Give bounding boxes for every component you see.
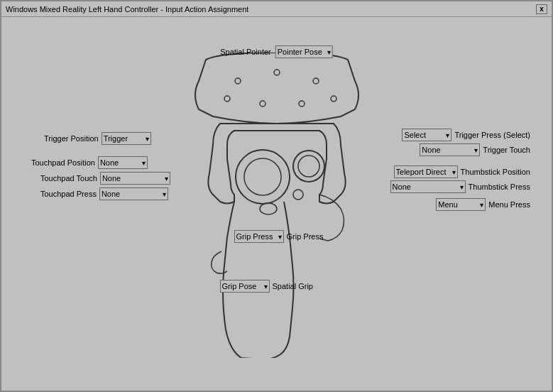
- spatial-pointer-select[interactable]: Pointer Pose None: [275, 45, 333, 58]
- spatial-grip-group: Grip Pose None Spatial Grip: [220, 280, 313, 293]
- grip-press-label: Grip Press: [287, 232, 324, 241]
- svg-point-2: [313, 78, 319, 84]
- touchpad-press-label: Touchpad Press: [40, 190, 97, 198]
- spatial-grip-select-wrapper: Grip Pose None: [220, 280, 270, 293]
- main-window: Windows Mixed Reality Left Hand Controll…: [0, 0, 553, 392]
- controller-illustration: [163, 53, 390, 360]
- svg-point-6: [331, 96, 336, 102]
- svg-point-12: [293, 190, 303, 200]
- thumbstick-position-group: Teleport Direct None Thumbstick Position: [394, 165, 530, 178]
- trigger-press-select-label: Trigger Press (Select): [454, 131, 530, 139]
- trigger-touch-group: None Trigger Touch Trigger Touch: [420, 143, 530, 156]
- touchpad-touch-select-wrapper: None Touchpad Touch: [100, 172, 170, 185]
- trigger-position-label: Trigger Position: [44, 134, 99, 143]
- trigger-touch-select-wrapper: None Trigger Touch: [420, 143, 480, 156]
- title-bar: Windows Mixed Reality Left Hand Controll…: [1, 1, 552, 17]
- trigger-position-group: Trigger Position Trigger None: [44, 132, 151, 145]
- trigger-press-select-select[interactable]: Select None Trigger: [402, 129, 451, 141]
- spatial-pointer-group: Spatial Pointer Pointer Pose None: [220, 45, 333, 58]
- touchpad-position-group: Touchpad Position None Touchpad: [31, 156, 148, 169]
- touchpad-position-label: Touchpad Position: [31, 158, 95, 167]
- svg-point-8: [244, 158, 281, 195]
- menu-press-group: Menu None Menu Press: [436, 198, 530, 211]
- svg-point-1: [274, 70, 280, 75]
- thumbstick-press-label: Thumbstick Press: [469, 183, 530, 191]
- touchpad-position-select[interactable]: None Touchpad: [98, 156, 148, 169]
- spatial-pointer-label: Spatial Pointer: [220, 48, 271, 56]
- trigger-position-select[interactable]: Trigger None: [102, 132, 151, 145]
- grip-press-select[interactable]: Grip Press None: [234, 230, 284, 243]
- trigger-press-select-select-wrapper: Select None Trigger: [402, 129, 451, 141]
- touchpad-touch-select[interactable]: None Touchpad Touch: [100, 172, 170, 185]
- spatial-pointer-select-wrapper: Pointer Pose None: [275, 45, 333, 58]
- menu-press-select[interactable]: Menu None: [436, 198, 486, 211]
- spatial-grip-label: Spatial Grip: [273, 282, 313, 290]
- touchpad-press-select[interactable]: None Touchpad Press: [99, 187, 168, 200]
- touchpad-touch-group: Touchpad Touch None Touchpad Touch: [40, 172, 170, 185]
- menu-press-select-wrapper: Menu None: [436, 198, 486, 211]
- trigger-touch-select[interactable]: None Trigger Touch: [420, 143, 480, 156]
- svg-point-5: [299, 101, 305, 107]
- trigger-press-select-group: Select None Trigger Trigger Press (Selec…: [402, 129, 530, 141]
- thumbstick-press-select[interactable]: None Thumbstick Press: [390, 180, 466, 193]
- touchpad-press-select-wrapper: None Touchpad Press: [99, 187, 168, 200]
- svg-point-10: [298, 156, 319, 177]
- thumbstick-position-select-wrapper: Teleport Direct None: [394, 165, 458, 178]
- svg-point-0: [235, 78, 241, 84]
- trigger-position-select-wrapper: Trigger None: [102, 132, 151, 145]
- grip-press-select-wrapper: Grip Press None: [234, 230, 284, 243]
- thumbstick-position-label: Thumbstick Position: [461, 168, 530, 176]
- thumbstick-position-select[interactable]: Teleport Direct None: [394, 165, 458, 178]
- content-area: Spatial Pointer Pointer Pose None Trigge…: [1, 17, 552, 391]
- touchpad-position-select-wrapper: None Touchpad: [98, 156, 148, 169]
- svg-point-3: [224, 96, 230, 102]
- svg-point-11: [260, 203, 277, 214]
- touchpad-press-group: Touchpad Press None Touchpad Press: [40, 187, 168, 200]
- grip-press-group: Grip Press None Grip Press: [234, 230, 324, 243]
- menu-press-label: Menu Press: [488, 200, 530, 209]
- svg-point-4: [260, 101, 265, 107]
- window-title: Windows Mixed Reality Left Hand Controll…: [6, 5, 248, 13]
- spatial-grip-select[interactable]: Grip Pose None: [220, 280, 270, 293]
- trigger-touch-label: Trigger Touch: [483, 146, 530, 154]
- thumbstick-press-select-wrapper: None Thumbstick Press: [390, 180, 466, 193]
- touchpad-touch-label: Touchpad Touch: [40, 174, 97, 183]
- thumbstick-press-group: None Thumbstick Press Thumbstick Press: [390, 180, 530, 193]
- close-button[interactable]: x: [536, 4, 547, 14]
